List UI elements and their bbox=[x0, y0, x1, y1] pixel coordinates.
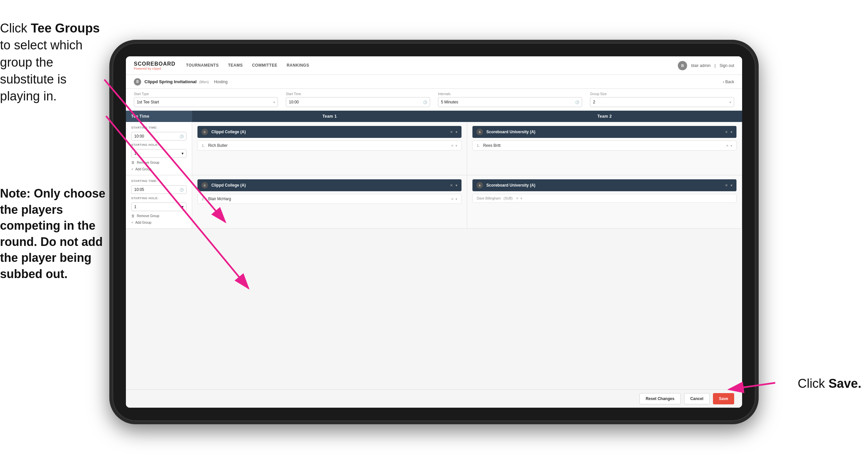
plus-icon: + bbox=[131, 167, 133, 171]
g2-team1-icon: C bbox=[202, 182, 208, 188]
group1-team2-name: Scoreboard University (A) bbox=[486, 129, 721, 134]
sub-header-icon: B bbox=[134, 78, 141, 86]
settings-row: Start Type 1st Tee Start ▾ Start Time 10… bbox=[126, 89, 742, 111]
player2-expand[interactable]: ▾ bbox=[731, 144, 732, 147]
instruction-rest: to select which group the substitute is … bbox=[0, 38, 83, 103]
nav-rankings[interactable]: RANKINGS bbox=[286, 62, 309, 69]
nav-signout[interactable]: Sign out bbox=[720, 63, 734, 68]
click-save-prefix: Click bbox=[798, 377, 829, 390]
start-time-label: Start Time bbox=[286, 92, 430, 96]
team2-row-controls: ✕ ▾ bbox=[725, 130, 733, 134]
add-group-button-2[interactable]: + Add Group bbox=[131, 221, 187, 224]
click-save-text: Click Save. bbox=[798, 377, 861, 391]
team2-remove-btn[interactable]: ✕ bbox=[725, 130, 728, 134]
g2-player1-remove[interactable]: ✕ bbox=[451, 197, 454, 201]
remove-group-button-2[interactable]: 🗑 Remove Group bbox=[131, 214, 187, 218]
trash-icon: 🗑 bbox=[131, 160, 135, 165]
g2-team2-row-controls: ✕ ▾ bbox=[725, 183, 733, 187]
group1-time-label: STARTING TIME: bbox=[131, 126, 187, 129]
player1-name: Rich Butler bbox=[208, 143, 447, 148]
table-row: STARTING TIME: 10:00 🕐 STARTING HOLE: 1 … bbox=[126, 122, 742, 175]
group1-team1-name: Clippd College (A) bbox=[211, 129, 446, 134]
click-save-bold: Save. bbox=[829, 377, 861, 390]
group1-team2-cell: S Scoreboard University (A) ✕ ▾ 1. Rees … bbox=[467, 122, 742, 175]
nav-committee[interactable]: COMMITTEE bbox=[252, 62, 278, 69]
g2-team2-remove-btn[interactable]: ✕ bbox=[725, 183, 728, 187]
team2-expand-btn[interactable]: ▾ bbox=[731, 130, 733, 134]
trash-icon-2: 🗑 bbox=[131, 214, 135, 218]
g2-player1-expand[interactable]: ▾ bbox=[456, 197, 457, 201]
g2-player2-remove[interactable]: ✕ bbox=[516, 197, 519, 200]
group-size-input[interactable]: 2 ▾ bbox=[590, 97, 734, 107]
intervals-field: Intervals 5 Minutes 🕐 bbox=[438, 92, 582, 107]
group2-team1-name: Clippd College (A) bbox=[211, 183, 446, 187]
sub-header-title: Clippd Spring Invitational bbox=[145, 79, 196, 84]
team1-row-controls: ✕ ▾ bbox=[450, 130, 458, 134]
nav-tournaments[interactable]: TOURNAMENTS bbox=[186, 62, 219, 69]
nav-logo: SCOREBOARD Powered by clippd bbox=[134, 61, 176, 70]
reset-changes-button[interactable]: Reset Changes bbox=[640, 393, 681, 404]
player2-remove[interactable]: ✕ bbox=[726, 144, 728, 147]
player2-controls: ✕ ▾ bbox=[726, 144, 732, 147]
sub-header: B Clippd Spring Invitational (Men) Hosti… bbox=[126, 75, 742, 89]
instruction-bold: Tee Groups bbox=[31, 21, 100, 35]
group2-player2: Dave Billingham (SUB) ✕ ▾ bbox=[472, 194, 737, 203]
instruction-text: Click Tee Groups to select which group t… bbox=[0, 20, 103, 105]
save-button[interactable]: Save bbox=[713, 393, 734, 404]
player1-controls: ✕ ▾ bbox=[451, 144, 457, 147]
g2-player2-expand[interactable]: ▾ bbox=[521, 197, 522, 200]
team1-remove-btn[interactable]: ✕ bbox=[450, 130, 453, 134]
group2-team2-header[interactable]: S Scoreboard University (A) ✕ ▾ bbox=[472, 179, 737, 191]
nav-teams[interactable]: TEAMS bbox=[228, 62, 243, 69]
sub-header-badge: (Men) bbox=[199, 80, 209, 84]
g2-player1-controls: ✕ ▾ bbox=[451, 197, 457, 201]
add-group-button-1[interactable]: + Add Group bbox=[131, 167, 187, 171]
remove-group-button-1[interactable]: 🗑 Remove Group bbox=[131, 160, 187, 165]
player2-num: 1. bbox=[477, 144, 480, 147]
group1-controls: STARTING TIME: 10:00 🕐 STARTING HOLE: 1 … bbox=[126, 122, 192, 175]
group2-controls: STARTING TIME: 10:05 🕐 STARTING HOLE: 1 … bbox=[126, 175, 192, 228]
group1-time-input[interactable]: 10:00 🕐 bbox=[131, 132, 187, 141]
group2-team2-cell: S Scoreboard University (A) ✕ ▾ Dave Bil… bbox=[467, 175, 742, 228]
group2-player1: 2. Blair McHarg ✕ ▾ bbox=[197, 194, 462, 204]
col-tee-time: Tee Time bbox=[126, 111, 192, 122]
nav-pipe: | bbox=[715, 63, 716, 68]
player1-expand[interactable]: ▾ bbox=[456, 144, 457, 147]
group2-time-input[interactable]: 10:05 🕐 bbox=[131, 185, 187, 194]
g2-team1-remove-btn[interactable]: ✕ bbox=[450, 183, 453, 187]
tablet-frame: SCOREBOARD Powered by clippd TOURNAMENTS… bbox=[109, 40, 759, 424]
g2-team1-expand-btn[interactable]: ▾ bbox=[456, 183, 458, 187]
nav-username: blair admin bbox=[691, 63, 711, 68]
main-content: STARTING TIME: 10:00 🕐 STARTING HOLE: 1 … bbox=[126, 122, 742, 389]
start-time-input[interactable]: 10:00 🕐 bbox=[286, 97, 430, 107]
group1-hole-input[interactable]: 1 ▾ bbox=[131, 149, 187, 158]
table-header: Tee Time Team 1 Team 2 bbox=[126, 111, 742, 122]
player1-remove[interactable]: ✕ bbox=[451, 144, 454, 147]
group-size-field: Group Size 2 ▾ bbox=[590, 92, 734, 107]
intervals-input[interactable]: 5 Minutes 🕐 bbox=[438, 97, 582, 107]
plus-icon-2: + bbox=[131, 221, 133, 224]
footer: Reset Changes Cancel Save bbox=[126, 389, 742, 408]
table-row: STARTING TIME: 10:05 🕐 STARTING HOLE: 1 … bbox=[126, 175, 742, 229]
group1-team1-header[interactable]: C Clippd College (A) ✕ ▾ bbox=[197, 126, 462, 138]
intervals-label: Intervals bbox=[438, 92, 582, 96]
player2-name: Rees Britt bbox=[483, 143, 722, 148]
start-time-field: Start Time 10:00 🕐 bbox=[286, 92, 430, 107]
instruction-prefix: Click bbox=[0, 21, 31, 35]
group1-hole-label: STARTING HOLE: bbox=[131, 143, 187, 146]
g2-team1-row-controls: ✕ ▾ bbox=[450, 183, 458, 187]
tablet-screen: SCOREBOARD Powered by clippd TOURNAMENTS… bbox=[126, 56, 742, 408]
note-text: Note: Only choose the players competing … bbox=[0, 185, 109, 282]
g2-player1-name: Blair McHarg bbox=[208, 197, 447, 201]
cancel-button[interactable]: Cancel bbox=[684, 393, 710, 404]
col-team2: Team 2 bbox=[467, 111, 742, 122]
g2-player2-name: Dave Billingham (SUB) bbox=[477, 197, 513, 200]
team1-expand-btn[interactable]: ▾ bbox=[456, 130, 458, 134]
group2-hole-input[interactable]: 1 ▾ bbox=[131, 203, 187, 211]
sub-header-back[interactable]: ‹ Back bbox=[723, 80, 734, 84]
group1-team2-header[interactable]: S Scoreboard University (A) ✕ ▾ bbox=[472, 126, 737, 138]
start-type-input[interactable]: 1st Tee Start ▾ bbox=[134, 97, 278, 107]
g2-team2-expand-btn[interactable]: ▾ bbox=[731, 183, 733, 187]
nav-avatar: B bbox=[678, 61, 687, 70]
group2-team1-header[interactable]: C Clippd College (A) ✕ ▾ bbox=[197, 179, 462, 191]
